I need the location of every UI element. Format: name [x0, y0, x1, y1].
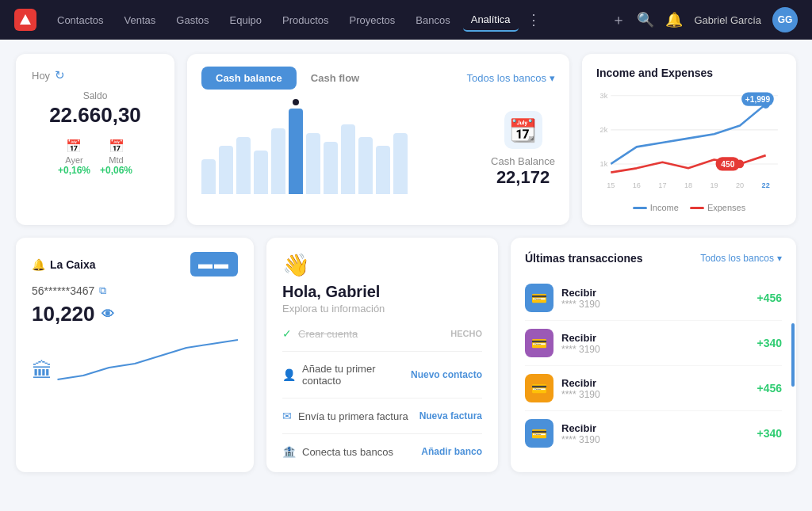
task-contacto-label: Añade tu primer contacto — [302, 363, 411, 387]
bar — [236, 137, 251, 194]
trans-row[interactable]: 💳Recibir**** 3190+456 — [525, 276, 782, 321]
task-crear-label: Crear cuenta — [298, 328, 358, 340]
caixa-balance-value: 10,220 — [32, 302, 95, 326]
trans-header: Últimas transacciones Todos los bancos ▾ — [525, 252, 782, 265]
trans-label: Recibir — [561, 287, 749, 299]
nav-avatar[interactable]: GG — [772, 7, 798, 32]
trans-row[interactable]: 💳Recibir**** 3190+456 — [525, 366, 782, 411]
nav-gastos[interactable]: Gastos — [168, 10, 216, 31]
trans-row[interactable]: 💳Recibir**** 3190+340 — [525, 321, 782, 366]
chart-legend: Income Expenses — [596, 203, 782, 212]
balance-row: 10,220 👁 — [32, 302, 238, 326]
trans-amount: +340 — [756, 337, 782, 349]
task-factura-left: ✉ Envía tu primera factura — [282, 410, 408, 422]
chevron-down-icon: ▾ — [550, 72, 555, 84]
cash-info-icon: 📆 — [504, 111, 542, 149]
eye-icon[interactable]: 👁 — [102, 307, 114, 322]
ayer-val: +0,16% — [58, 165, 90, 176]
card-chip-icon: ▬▬ — [198, 256, 230, 273]
task-factura: ✉ Envía tu primera factura Nueva factura — [282, 410, 482, 422]
saldo-value: 22.660,30 — [32, 103, 159, 128]
task-left: ✓ Crear cuenta — [282, 327, 358, 340]
transactions-card: Últimas transacciones Todos los bancos ▾… — [511, 238, 796, 472]
svg-text:18: 18 — [684, 181, 692, 189]
trans-mid: Recibir**** 3190 — [561, 287, 749, 310]
contact-icon: 👤 — [282, 368, 296, 381]
bar-col — [376, 99, 390, 194]
bar — [219, 146, 233, 194]
cash-body: 📆 Cash Balance 22,172 — [201, 99, 555, 194]
income-title: Income and Expenses — [596, 67, 782, 79]
nav-ventas[interactable]: Ventas — [117, 10, 164, 31]
svg-text:1k: 1k — [600, 159, 608, 168]
tab-cash-flow[interactable]: Cash flow — [297, 67, 373, 90]
svg-text:20: 20 — [736, 181, 744, 189]
tab-cash-balance[interactable]: Cash balance — [201, 67, 297, 90]
income-label: Income — [650, 203, 679, 212]
task-factura-label: Envía tu primera factura — [298, 410, 408, 422]
expenses-line-icon — [690, 207, 704, 209]
caixa-header: 🔔 La Caixa ▬▬ — [32, 252, 238, 276]
task-nueva-factura-link[interactable]: Nueva factura — [419, 410, 482, 421]
bar-col — [236, 99, 251, 194]
svg-text:16: 16 — [633, 181, 641, 189]
nav-productos[interactable]: Productos — [274, 10, 337, 31]
trans-label: Recibir — [561, 377, 749, 389]
bar-col — [271, 99, 285, 194]
task-divider — [282, 351, 482, 352]
income-line-icon — [633, 207, 647, 209]
caixa-bell-icon[interactable]: 🔔 — [32, 258, 45, 271]
copy-icon[interactable]: ⧉ — [99, 284, 106, 297]
task-contacto-left: 👤 Añade tu primer contacto — [282, 363, 411, 387]
factura-icon: ✉ — [282, 410, 292, 422]
task-anadir-banco-link[interactable]: Añadir banco — [421, 446, 482, 457]
bar — [201, 159, 216, 194]
bell-icon[interactable]: 🔔 — [665, 11, 683, 29]
bar — [254, 151, 268, 194]
task-crear-cuenta: ✓ Crear cuenta HECHO — [282, 327, 482, 340]
bar — [271, 128, 285, 194]
task-contacto: 👤 Añade tu primer contacto Nuevo contact… — [282, 363, 482, 387]
nav-more-icon[interactable]: ⋮ — [527, 11, 541, 29]
account-number: 56******3467 ⧉ — [32, 284, 238, 297]
trans-label: Recibir — [561, 332, 749, 344]
svg-text:17: 17 — [658, 181, 666, 189]
add-icon[interactable]: ＋ — [611, 10, 626, 29]
bank-filter[interactable]: Todos los bancos ▾ — [467, 72, 555, 84]
trans-mid: Recibir**** 3190 — [561, 422, 749, 445]
hoy-card: Hoy ↻ Saldo 22.660,30 📅 Ayer +0,16% 📅 Mt… — [16, 54, 174, 225]
bar-highlight-dot — [293, 99, 299, 105]
bar-col — [341, 99, 355, 194]
nav-actions: ＋ 🔍 🔔 Gabriel García GG — [611, 7, 798, 32]
caixa-bank-name: La Caixa — [50, 258, 96, 271]
bar — [289, 109, 303, 194]
bar-col — [324, 99, 338, 194]
nav-contactos[interactable]: Contactos — [49, 10, 112, 31]
navbar: Contactos Ventas Gastos Equipo Productos… — [0, 0, 812, 40]
scrollbar[interactable] — [791, 323, 795, 387]
main-content: Hoy ↻ Saldo 22.660,30 📅 Ayer +0,16% 📅 Mt… — [0, 40, 812, 486]
task-nuevo-contacto-link[interactable]: Nuevo contacto — [411, 369, 482, 380]
ayer-icon: 📅 — [58, 139, 90, 154]
trans-amount: +340 — [756, 427, 782, 440]
trans-row[interactable]: 💳Recibir**** 3190+340 — [525, 411, 782, 456]
bar-col — [393, 99, 408, 194]
refresh-icon[interactable]: ↻ — [55, 68, 65, 82]
nav-analitica[interactable]: Analítica — [463, 9, 519, 32]
nav-equipo[interactable]: Equipo — [222, 10, 270, 31]
hoy-label: Hoy — [32, 70, 50, 82]
expenses-label: Expenses — [707, 203, 745, 212]
nav-proyectos[interactable]: Proyectos — [342, 10, 404, 31]
top-row: Hoy ↻ Saldo 22.660,30 📅 Ayer +0,16% 📅 Mt… — [16, 54, 796, 225]
trans-icon: 💳 — [525, 284, 553, 312]
svg-text:+1,999: +1,999 — [745, 95, 771, 104]
caixa-chart-svg — [32, 336, 238, 383]
nav-bancos[interactable]: Bancos — [408, 10, 458, 31]
cash-card: Cash balance Cash flow Todos los bancos … — [187, 54, 569, 225]
svg-marker-0 — [20, 14, 31, 25]
trans-mid: Recibir**** 3190 — [561, 377, 749, 400]
trans-icon: 💳 — [525, 329, 553, 357]
search-icon[interactable]: 🔍 — [637, 11, 654, 29]
trans-filter[interactable]: Todos los bancos ▾ — [700, 253, 782, 264]
task-bancos: 🏦 Conecta tus bancos Añadir banco — [282, 445, 482, 458]
